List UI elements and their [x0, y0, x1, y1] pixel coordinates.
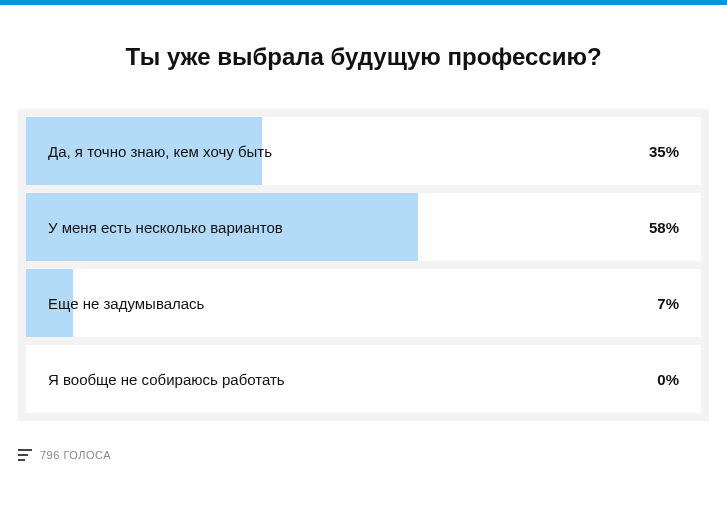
poll-option[interactable]: Да, я точно знаю, кем хочу быть 35% [26, 117, 701, 185]
poll-content: Я вообще не собираюсь работать 0% [26, 345, 701, 413]
poll-container: Ты уже выбрала будущую профессию? Да, я … [0, 43, 727, 461]
poll-option[interactable]: У меня есть несколько вариантов 58% [26, 193, 701, 261]
poll-option-percent: 58% [649, 219, 679, 236]
poll-option[interactable]: Я вообще не собираюсь работать 0% [26, 345, 701, 413]
poll-content: Еще не задумывалась 7% [26, 269, 701, 337]
poll-title: Ты уже выбрала будущую профессию? [18, 43, 709, 71]
poll-content: Да, я точно знаю, кем хочу быть 35% [26, 117, 701, 185]
results-icon [18, 449, 32, 461]
poll-option-label: Еще не задумывалась [48, 295, 204, 312]
vote-count: 796 ГОЛОСА [40, 449, 111, 461]
poll-options-list: Да, я точно знаю, кем хочу быть 35% У ме… [18, 109, 709, 421]
poll-option[interactable]: Еще не задумывалась 7% [26, 269, 701, 337]
poll-option-percent: 0% [657, 371, 679, 388]
poll-option-label: Да, я точно знаю, кем хочу быть [48, 143, 272, 160]
poll-option-percent: 7% [657, 295, 679, 312]
poll-option-label: Я вообще не собираюсь работать [48, 371, 285, 388]
poll-option-percent: 35% [649, 143, 679, 160]
poll-footer: 796 ГОЛОСА [18, 449, 709, 461]
poll-option-label: У меня есть несколько вариантов [48, 219, 283, 236]
poll-content: У меня есть несколько вариантов 58% [26, 193, 701, 261]
top-accent-bar [0, 0, 727, 5]
